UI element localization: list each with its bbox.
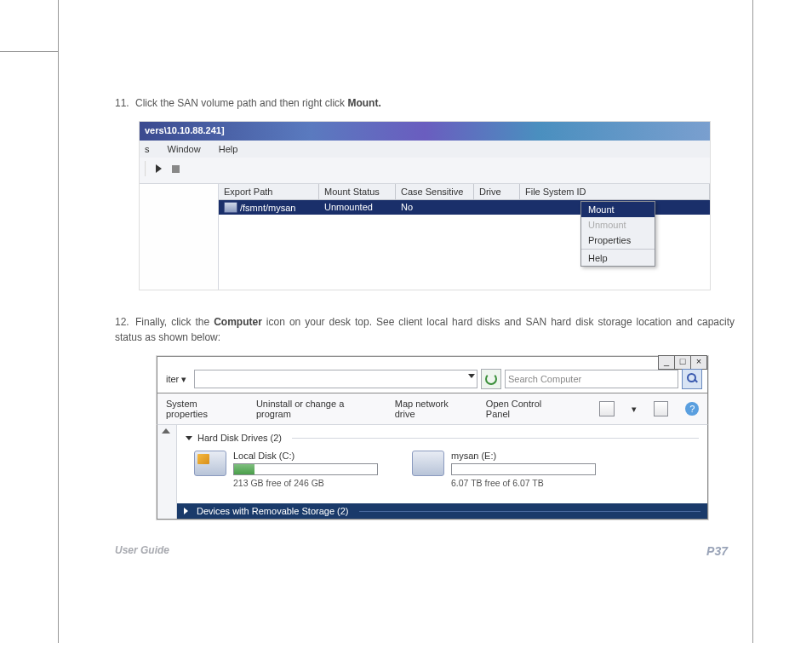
- search-button[interactable]: [682, 369, 702, 389]
- cell-mount-status: Unmounted: [319, 200, 396, 215]
- chevron-down-icon: ▾: [181, 374, 186, 384]
- window-controls: _ □ ×: [659, 355, 707, 370]
- disk-icon: [224, 202, 237, 213]
- view-options-icon[interactable]: [599, 401, 615, 416]
- cell-drive: [474, 200, 520, 215]
- sidebar-pane: [140, 184, 219, 290]
- drive-name: Local Disk (C:): [233, 451, 378, 461]
- refresh-button[interactable]: [481, 369, 501, 389]
- group-line: [359, 511, 700, 512]
- context-menu: Mount Unmount Properties Help: [580, 201, 655, 267]
- page-content: 11.Click the SAN volume path and then ri…: [115, 95, 735, 544]
- menu-item-help[interactable]: Help: [219, 144, 238, 154]
- step-text: Finally, click the: [135, 316, 214, 328]
- screenshot-san-mount: vers\10.10.88.241] s Window Help Export …: [139, 121, 711, 290]
- ctx-help[interactable]: Help: [581, 250, 655, 266]
- step-number: 11.: [115, 95, 135, 111]
- explorer-body: Hard Disk Drives (2) Local Disk (C:) 213…: [157, 425, 708, 520]
- col-export-path[interactable]: Export Path: [219, 184, 319, 199]
- drive-free-text: 6.07 TB free of 6.07 TB: [451, 478, 596, 488]
- group-line: [292, 438, 699, 439]
- menu-item-window[interactable]: Window: [168, 144, 201, 154]
- column-headers: Export Path Mount Status Case Sensitive …: [219, 184, 710, 200]
- drive-name: mysan (E:): [451, 451, 596, 461]
- chevron-down-icon[interactable]: ▾: [632, 404, 637, 415]
- drive-info: mysan (E:) 6.07 TB free of 6.07 TB: [451, 451, 596, 488]
- search-input[interactable]: Search Computer: [505, 370, 678, 388]
- footer-guide-label: User Guide: [115, 544, 169, 558]
- screenshot-computer-window: _ □ × iter ▾ Search Computer System prop…: [156, 355, 709, 520]
- preview-pane-icon[interactable]: [654, 401, 669, 416]
- window-chrome: _ □ ×: [157, 356, 708, 365]
- cell-export-path: /fsmnt/mysan: [219, 200, 319, 215]
- drives-row: Local Disk (C:) 213 GB free of 246 GB my…: [186, 445, 699, 497]
- drive-local-c[interactable]: Local Disk (C:) 213 GB free of 246 GB: [194, 451, 378, 488]
- drive-free-text: 213 GB free of 246 GB: [233, 478, 378, 488]
- window-title: vers\10.10.88.241]: [145, 125, 225, 135]
- step-number: 12.: [115, 314, 135, 330]
- drive-info: Local Disk (C:) 213 GB free of 246 GB: [233, 451, 378, 488]
- page-top-rule: [0, 51, 58, 52]
- address-bar-row: iter ▾ Search Computer: [157, 365, 708, 393]
- collapse-icon: [186, 436, 192, 440]
- ctx-separator: [581, 249, 655, 250]
- cmd-system-properties[interactable]: System properties: [166, 399, 239, 419]
- group-removable-storage[interactable]: Devices with Removable Storage (2): [177, 503, 707, 519]
- cell-case-sensitive: No: [396, 200, 474, 215]
- group-hard-disks[interactable]: Hard Disk Drives (2): [186, 430, 699, 445]
- play-icon[interactable]: [156, 164, 162, 173]
- cmd-uninstall-program[interactable]: Uninstall or change a program: [256, 399, 378, 419]
- maximize-button[interactable]: □: [674, 355, 691, 370]
- content-pane: Hard Disk Drives (2) Local Disk (C:) 213…: [177, 425, 707, 519]
- footer-page-number: P37: [706, 544, 728, 558]
- col-drive[interactable]: Drive: [474, 184, 520, 199]
- nav-dropdown[interactable]: iter ▾: [163, 372, 191, 387]
- minimize-button[interactable]: _: [658, 355, 675, 370]
- ctx-mount[interactable]: Mount: [581, 202, 655, 217]
- address-bar[interactable]: [194, 370, 477, 388]
- step-text: Click the SAN volume path and then right…: [135, 97, 347, 109]
- step-11: 11.Click the SAN volume path and then ri…: [115, 95, 735, 111]
- step-12: 12.Finally, click the Computer icon on y…: [115, 314, 735, 345]
- menu-bar: s Window Help: [140, 141, 710, 158]
- toolbar-separator: [145, 161, 146, 176]
- drive-mysan-e[interactable]: mysan (E:) 6.07 TB free of 6.07 TB: [412, 451, 596, 488]
- cmd-map-network-drive[interactable]: Map network drive: [395, 399, 469, 419]
- hard-disk-icon: [412, 451, 444, 476]
- up-arrow-icon[interactable]: [162, 428, 170, 434]
- toolbar: [140, 158, 710, 184]
- pane-body: Export Path Mount Status Case Sensitive …: [140, 184, 710, 290]
- col-mount-status[interactable]: Mount Status: [319, 184, 396, 199]
- capacity-fill: [234, 464, 254, 474]
- capacity-bar: [233, 463, 378, 475]
- ctx-unmount: Unmount: [581, 217, 655, 233]
- close-button[interactable]: ×: [690, 355, 707, 370]
- chevron-down-icon: [468, 374, 475, 378]
- capacity-bar: [451, 463, 596, 475]
- step-bold: Mount.: [347, 97, 380, 109]
- nav-pane: [157, 425, 177, 519]
- main-pane: Export Path Mount Status Case Sensitive …: [219, 184, 710, 290]
- command-bar: System properties Uninstall or change a …: [157, 393, 708, 425]
- expand-icon: [184, 508, 192, 514]
- window-titlebar: vers\10.10.88.241]: [140, 122, 710, 141]
- step-bold: Computer: [214, 316, 262, 328]
- page-footer: User Guide P37: [115, 544, 728, 558]
- page-left-rule: [58, 0, 59, 643]
- help-icon[interactable]: ?: [685, 402, 699, 416]
- col-case-sensitive[interactable]: Case Sensitive: [396, 184, 474, 199]
- stop-icon[interactable]: [172, 165, 180, 173]
- col-filesystem-id[interactable]: File System ID: [520, 184, 710, 199]
- hard-disk-icon: [194, 451, 226, 476]
- ctx-properties[interactable]: Properties: [581, 233, 655, 248]
- cmd-open-control-panel[interactable]: Open Control Panel: [486, 399, 566, 419]
- menu-item[interactable]: s: [145, 144, 150, 154]
